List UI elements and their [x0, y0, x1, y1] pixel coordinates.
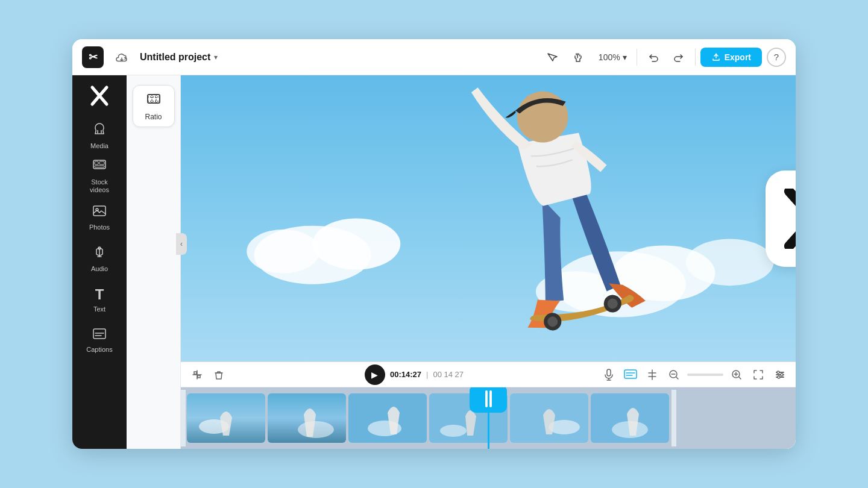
timeline-settings-button[interactable] [772, 366, 788, 383]
sidebar-item-text[interactable]: T Text [78, 280, 121, 319]
captions-icon [92, 328, 107, 343]
media-label: Media [90, 142, 108, 149]
filmstrip-track [181, 390, 796, 446]
svg-point-14 [247, 230, 319, 274]
main-content: Media Stockvideos [72, 75, 796, 449]
frame-svg-3 [348, 393, 427, 443]
delete-tool-button[interactable] [210, 366, 228, 384]
zoom-chevron-icon: ▾ [623, 52, 627, 62]
captions-label: Captions [86, 346, 112, 353]
hand-tool-button[interactable] [567, 46, 589, 68]
timeline-right-tools [600, 366, 788, 383]
ratio-button[interactable]: Ratio [133, 85, 175, 127]
playhead-line [488, 413, 489, 449]
sidebar-item-media[interactable]: Media [78, 116, 121, 155]
svg-rect-25 [198, 375, 200, 378]
export-label: Export [725, 52, 751, 62]
header-tools: 100% ▾ [541, 46, 786, 68]
frame-svg-2 [268, 393, 346, 443]
project-name-area[interactable]: Untitled project ▾ [140, 52, 218, 63]
zoom-level: 100% [599, 52, 620, 62]
svg-rect-27 [624, 370, 637, 378]
current-time: 00:14:27 [390, 370, 421, 379]
zoom-slider-track[interactable] [687, 374, 723, 376]
svg-point-33 [777, 371, 779, 374]
sidebar-item-photos[interactable]: Photos [78, 198, 121, 237]
zoom-out-button[interactable] [665, 366, 682, 383]
fit-screen-button[interactable] [750, 366, 767, 383]
stock-videos-icon [92, 159, 107, 176]
svg-rect-24 [194, 372, 197, 374]
text-label: Text [93, 305, 105, 313]
play-button[interactable]: ▶ [365, 364, 385, 385]
capcut-logo-svg [781, 189, 796, 249]
video-preview[interactable] [181, 75, 796, 361]
time-separator: | [426, 370, 428, 379]
frame-svg-6 [591, 393, 669, 443]
timeline-left-tools [188, 366, 228, 384]
panel-collapse-button[interactable]: ‹ [176, 233, 187, 255]
select-tool-button[interactable] [541, 46, 562, 68]
project-title: Untitled project [140, 52, 210, 63]
svg-rect-10 [148, 95, 160, 103]
svg-text:✂: ✂ [89, 51, 98, 63]
track-right-edge [671, 390, 676, 446]
total-time: 00 14 27 [433, 370, 464, 379]
sidebar-item-captions[interactable]: Captions [78, 321, 121, 360]
ratio-label: Ratio [145, 113, 162, 121]
film-frame-2 [268, 393, 346, 443]
app-window: ✂ Untitled project ▾ [72, 39, 796, 449]
playhead-head [470, 387, 507, 413]
timeline-controls: ▶ 00:14:27 | 00 14 27 [181, 362, 796, 387]
canvas-area: ▶ 00:14:27 | 00 14 27 [181, 75, 796, 449]
svg-rect-11 [181, 75, 796, 361]
svg-rect-9 [93, 329, 105, 339]
track-left-edge [181, 390, 186, 446]
media-icon [92, 122, 107, 140]
split-button[interactable] [644, 366, 661, 383]
sidebar-logo [86, 83, 113, 109]
text-icon: T [95, 286, 104, 303]
mic-button[interactable] [600, 366, 617, 383]
frame-svg-1 [187, 393, 265, 443]
svg-point-39 [298, 421, 334, 438]
timeline-center: ▶ 00:14:27 | 00 14 27 [234, 364, 594, 385]
svg-point-43 [440, 425, 467, 437]
film-frame-3 [348, 393, 427, 443]
video-frame [181, 75, 796, 361]
film-frame-5 [510, 393, 588, 443]
scene-svg [181, 75, 796, 361]
export-button[interactable]: Export [700, 48, 762, 67]
svg-rect-5 [95, 166, 104, 167]
stock-videos-label: Stockvideos [90, 178, 109, 194]
svg-point-18 [686, 239, 774, 286]
app-logo-header: ✂ [82, 46, 104, 68]
header-divider [637, 49, 637, 66]
playhead-bar-left [485, 390, 488, 407]
audio-icon [93, 245, 106, 263]
sidebar-item-audio[interactable]: Audio [78, 239, 121, 278]
redo-button[interactable] [668, 46, 690, 68]
trim-tool-button[interactable] [188, 366, 206, 384]
film-frame-6 [591, 393, 669, 443]
header-divider-2 [695, 49, 696, 66]
undo-button[interactable] [642, 46, 664, 68]
zoom-in-button[interactable] [728, 366, 745, 383]
caption-button[interactable] [622, 366, 639, 383]
svg-point-34 [781, 374, 783, 376]
filmstrip[interactable] [181, 387, 796, 449]
playhead[interactable] [470, 387, 507, 449]
zoom-slider [687, 374, 723, 376]
photos-label: Photos [89, 224, 110, 231]
header: ✂ Untitled project ▾ [72, 39, 796, 75]
svg-rect-3 [95, 161, 98, 164]
help-button[interactable]: ? [767, 48, 786, 67]
playhead-bar-right [489, 390, 492, 407]
sidebar-item-stock-videos[interactable]: Stockvideos [78, 157, 121, 196]
help-icon: ? [774, 52, 779, 62]
project-chevron-icon: ▾ [214, 53, 218, 61]
svg-rect-6 [93, 206, 105, 216]
cloud-save-button[interactable] [111, 46, 133, 68]
zoom-selector[interactable]: 100% ▾ [594, 50, 632, 64]
svg-rect-4 [99, 161, 104, 164]
